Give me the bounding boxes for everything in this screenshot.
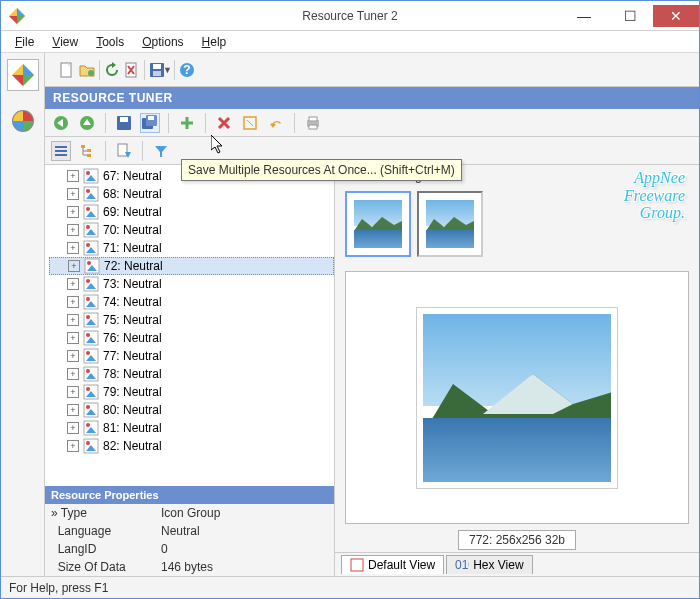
close-button[interactable]: ✕	[653, 5, 699, 27]
tree-item[interactable]: +80: Neutral	[49, 401, 334, 419]
tree-view-icon[interactable]	[77, 141, 97, 161]
side-icon-wheel[interactable]	[11, 109, 35, 133]
expand-icon[interactable]: +	[67, 422, 79, 434]
menu-file[interactable]: File	[7, 33, 42, 51]
resource-icon	[83, 168, 99, 184]
expand-icon[interactable]: +	[67, 350, 79, 362]
tab-default-view[interactable]: Default View	[341, 555, 444, 574]
tree-item-label: 72: Neutral	[104, 259, 163, 273]
expand-icon[interactable]: +	[67, 242, 79, 254]
svg-point-83	[86, 351, 90, 355]
tree-item[interactable]: +75: Neutral	[49, 311, 334, 329]
app-header: RESOURCE TUNER	[45, 87, 699, 109]
tree-item[interactable]: +73: Neutral	[49, 275, 334, 293]
svg-point-98	[86, 441, 90, 445]
svg-marker-50	[155, 146, 167, 157]
menu-options[interactable]: Options	[134, 33, 191, 51]
undo-icon[interactable]	[266, 113, 286, 133]
menu-view[interactable]: View	[44, 33, 86, 51]
maximize-button[interactable]: ☐	[607, 5, 653, 27]
open-folder-icon[interactable]	[77, 60, 97, 80]
split-main: +67: Neutral+68: Neutral+69: Neutral+70:…	[45, 165, 699, 576]
svg-point-80	[86, 333, 90, 337]
tree-item-label: 75: Neutral	[103, 313, 162, 327]
svg-line-35	[247, 120, 253, 126]
tree-item[interactable]: +70: Neutral	[49, 221, 334, 239]
save-multiple-icon[interactable]	[140, 113, 160, 133]
tree-item[interactable]: +72: Neutral	[49, 257, 334, 275]
tree-item[interactable]: +74: Neutral	[49, 293, 334, 311]
delete-icon[interactable]	[214, 113, 234, 133]
svg-point-74	[86, 297, 90, 301]
expand-icon[interactable]: +	[67, 188, 79, 200]
menu-tools[interactable]: Tools	[88, 33, 132, 51]
tree-item-label: 69: Neutral	[103, 205, 162, 219]
separator	[205, 113, 206, 133]
dropdown-caret-icon[interactable]: ▼	[163, 65, 172, 75]
expand-icon[interactable]: +	[68, 260, 80, 272]
help-icon[interactable]: ?	[177, 60, 197, 80]
side-icon-prism[interactable]	[7, 59, 39, 91]
filter-icon[interactable]	[151, 141, 171, 161]
expand-icon[interactable]: +	[67, 296, 79, 308]
up-icon[interactable]	[77, 113, 97, 133]
tree-item-label: 73: Neutral	[103, 277, 162, 291]
tree-item-label: 81: Neutral	[103, 421, 162, 435]
new-file-icon[interactable]	[57, 60, 77, 80]
tab-hex-view[interactable]: 010Hex View	[446, 555, 532, 574]
svg-point-12	[88, 70, 94, 76]
tree-item[interactable]: +82: Neutral	[49, 437, 334, 455]
tree-item[interactable]: +77: Neutral	[49, 347, 334, 365]
resource-icon	[83, 186, 99, 202]
svg-point-68	[87, 261, 91, 265]
refresh-icon[interactable]	[102, 60, 122, 80]
svg-text:?: ?	[183, 63, 190, 77]
file-toolbar: ▼ ?	[45, 53, 699, 87]
app-window: Resource Tuner 2 — ☐ ✕ File View Tools O…	[0, 0, 700, 599]
expand-icon[interactable]: +	[67, 314, 79, 326]
window-controls: — ☐ ✕	[561, 5, 699, 27]
expand-icon[interactable]: +	[67, 386, 79, 398]
svg-point-56	[86, 189, 90, 193]
expand-icon[interactable]: +	[67, 170, 79, 182]
svg-point-77	[86, 315, 90, 319]
tree-item[interactable]: +71: Neutral	[49, 239, 334, 257]
back-icon[interactable]	[51, 113, 71, 133]
svg-rect-39	[55, 146, 67, 148]
expand-icon[interactable]: +	[67, 224, 79, 236]
resource-tree[interactable]: +67: Neutral+68: Neutral+69: Neutral+70:…	[45, 165, 334, 486]
tree-item-label: 68: Neutral	[103, 187, 162, 201]
menu-help[interactable]: Help	[194, 33, 235, 51]
list-view-icon[interactable]	[51, 141, 71, 161]
save-resource-icon[interactable]	[114, 113, 134, 133]
tree-item[interactable]: +79: Neutral	[49, 383, 334, 401]
edit-icon[interactable]	[240, 113, 260, 133]
minimize-button[interactable]: —	[561, 5, 607, 27]
tree-item[interactable]: +76: Neutral	[49, 329, 334, 347]
expand-icon[interactable]: +	[67, 206, 79, 218]
thumbnail[interactable]	[417, 191, 483, 257]
expand-icon[interactable]: +	[67, 278, 79, 290]
svg-point-89	[86, 387, 90, 391]
expand-icon[interactable]: +	[67, 368, 79, 380]
svg-point-65	[86, 243, 90, 247]
resource-icon	[83, 204, 99, 220]
print-icon[interactable]	[303, 113, 323, 133]
expand-icon[interactable]: +	[67, 440, 79, 452]
titlebar[interactable]: Resource Tuner 2 — ☐ ✕	[1, 1, 699, 31]
tree-item[interactable]: +81: Neutral	[49, 419, 334, 437]
svg-text:010: 010	[455, 558, 469, 572]
svg-rect-43	[87, 149, 91, 152]
expand-icon[interactable]: +	[67, 332, 79, 344]
expand-icon[interactable]: +	[67, 404, 79, 416]
resource-icon	[84, 258, 100, 274]
add-icon[interactable]	[177, 113, 197, 133]
properties-table: » TypeIcon Group LanguageNeutral LangID0…	[45, 504, 334, 576]
tree-item[interactable]: +78: Neutral	[49, 365, 334, 383]
close-doc-icon[interactable]	[122, 60, 142, 80]
tree-item[interactable]: +68: Neutral	[49, 185, 334, 203]
export-icon[interactable]	[114, 141, 134, 161]
tree-item-label: 67: Neutral	[103, 169, 162, 183]
tree-item[interactable]: +69: Neutral	[49, 203, 334, 221]
thumbnail[interactable]	[345, 191, 411, 257]
